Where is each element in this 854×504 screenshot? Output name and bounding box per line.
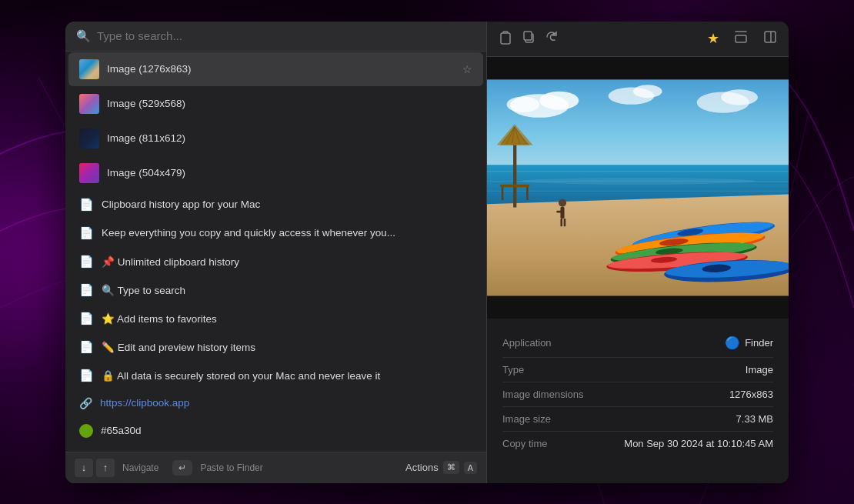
svg-rect-3 xyxy=(736,35,746,42)
svg-point-14 xyxy=(721,89,758,105)
svg-point-10 xyxy=(507,96,540,112)
item-thumbnail xyxy=(79,59,99,79)
item-label: 📌 Unlimited clipboard history xyxy=(102,255,472,268)
right-toolbar: ★ xyxy=(487,22,789,57)
svg-rect-0 xyxy=(501,33,510,44)
star-icon[interactable]: ☆ xyxy=(462,63,472,75)
item-label: Image (504x479) xyxy=(107,167,452,179)
meta-copy-time-row: Copy time Mon Sep 30 2024 at 10:10:45 AM xyxy=(502,432,773,456)
list-item[interactable]: 🔗 https://clipbook.app xyxy=(68,390,483,416)
meta-dimensions-row: Image dimensions 1276x863 xyxy=(502,382,773,407)
navigate-label: Navigate xyxy=(122,462,158,473)
navigate-up-button[interactable]: ↑ xyxy=(96,459,115,477)
clipboard-icon[interactable] xyxy=(498,29,513,48)
meta-type-row: Type Image xyxy=(502,358,773,382)
doc-icon: 📄 xyxy=(79,312,94,325)
item-thumbnail xyxy=(79,94,99,114)
metadata-section: Application 🔵 Finder Type Image Image di… xyxy=(487,319,789,483)
type-value: Image xyxy=(610,364,773,375)
minimize-icon[interactable] xyxy=(733,29,749,48)
sync-icon[interactable] xyxy=(544,29,559,48)
navigate-down-button[interactable]: ↓ xyxy=(75,459,93,477)
list-item[interactable]: Image (1276x863) ☆ xyxy=(68,52,483,86)
item-label: https://clipbook.app xyxy=(100,397,472,409)
color-swatch xyxy=(79,424,93,438)
actions-button[interactable]: Actions ⌘ A xyxy=(405,461,477,474)
list-item[interactable]: Image (529x568) xyxy=(68,87,483,121)
type-label: Type xyxy=(502,364,610,375)
item-label: 🔒 All data is securely stored on your Ma… xyxy=(102,369,472,382)
item-label: #65a30d xyxy=(101,425,472,436)
search-input[interactable] xyxy=(97,29,475,42)
dimensions-value: 1276x863 xyxy=(610,389,773,400)
doc-icon: 📄 xyxy=(79,198,94,212)
list-item[interactable]: 📄 ✏️ Edit and preview history items xyxy=(68,333,483,361)
list-item[interactable]: #65a30d xyxy=(68,417,483,445)
nav-arrows: ↓ ↑ xyxy=(75,459,115,477)
search-bar: 🔍 xyxy=(65,22,486,52)
list-item[interactable]: Image (504x479) ⋯ xyxy=(68,156,483,190)
finder-icon: 🔵 xyxy=(725,335,740,351)
image-preview xyxy=(487,57,789,319)
favorite-star-icon[interactable]: ★ xyxy=(707,30,719,47)
item-label: ✏️ Edit and preview history items xyxy=(102,341,472,353)
svg-rect-29 xyxy=(502,187,504,200)
list-item[interactable]: 📄 Keep everything you copy and quickly a… xyxy=(68,219,483,247)
svg-point-46 xyxy=(559,199,566,206)
paste-enter-button[interactable]: ↵ xyxy=(172,460,192,476)
svg-point-9 xyxy=(539,91,579,109)
item-label: Image (529x568) xyxy=(107,98,472,109)
app-window: 🔍 Image (1276x863) ☆ Image (529x568) Ima… xyxy=(65,22,789,483)
item-label: 🔍 Type to search xyxy=(102,284,472,296)
left-panel: 🔍 Image (1276x863) ☆ Image (529x568) Ima… xyxy=(65,22,487,483)
link-icon: 🔗 xyxy=(79,397,92,409)
list-item[interactable]: 📄 ⭐ Add items to favorites xyxy=(68,305,483,332)
search-icon: 🔍 xyxy=(76,29,91,43)
size-value: 7.33 MB xyxy=(610,413,773,425)
list-item[interactable]: 📄 Clipboard history app for your Mac xyxy=(68,191,483,219)
item-label: Image (1276x863) xyxy=(107,63,455,75)
doc-icon: 📄 xyxy=(79,255,94,269)
bottom-bar: ↓ ↑ Navigate ↵ Paste to Finder Actions ⌘… xyxy=(65,452,486,483)
actions-label: Actions xyxy=(405,462,439,473)
doc-icon: 📄 xyxy=(79,340,94,354)
list-item[interactable]: 📄 🔒 All data is securely stored on your … xyxy=(68,362,483,389)
doc-icon: 📄 xyxy=(79,226,94,240)
item-label: Keep everything you copy and quickly acc… xyxy=(102,227,472,239)
svg-rect-2 xyxy=(524,32,532,40)
svg-rect-30 xyxy=(526,187,529,200)
right-panel: ★ xyxy=(487,22,789,483)
dimensions-label: Image dimensions xyxy=(502,389,610,400)
svg-rect-47 xyxy=(560,206,564,218)
svg-rect-28 xyxy=(500,184,529,186)
list-item[interactable]: hsl(330 100% 50%) xyxy=(68,446,483,452)
enter-icon: ↵ xyxy=(178,462,186,473)
svg-rect-48 xyxy=(556,210,563,212)
a-kbd: A xyxy=(464,462,477,474)
item-label: Clipboard history app for your Mac xyxy=(102,199,472,210)
size-label: Image size xyxy=(502,413,610,425)
svg-point-51 xyxy=(520,178,756,185)
cmd-kbd: ⌘ xyxy=(443,461,459,474)
meta-size-row: Image size 7.33 MB xyxy=(502,407,773,432)
copy-time-value: Mon Sep 30 2024 at 10:10:45 AM xyxy=(610,438,773,449)
items-list: Image (1276x863) ☆ Image (529x568) Image… xyxy=(65,52,486,452)
copy-icon[interactable] xyxy=(521,29,536,48)
paste-label: Paste to Finder xyxy=(200,462,262,473)
list-item[interactable]: Image (811x612) xyxy=(68,122,483,155)
application-value: 🔵 Finder xyxy=(610,335,773,351)
item-thumbnail xyxy=(79,129,99,149)
svg-point-12 xyxy=(633,85,662,98)
doc-icon: 📄 xyxy=(79,369,94,382)
svg-rect-27 xyxy=(513,145,516,207)
item-label: Image (811x612) xyxy=(107,132,472,144)
svg-rect-5 xyxy=(765,32,776,42)
list-item[interactable]: 📄 🔍 Type to search xyxy=(68,276,483,304)
application-label: Application xyxy=(502,337,610,349)
item-thumbnail xyxy=(79,163,99,183)
panel-icon[interactable] xyxy=(762,29,778,48)
item-label: ⭐ Add items to favorites xyxy=(102,312,472,325)
list-item[interactable]: 📄 📌 Unlimited clipboard history xyxy=(68,248,483,275)
meta-application-row: Application 🔵 Finder xyxy=(502,329,773,358)
copy-time-label: Copy time xyxy=(502,438,610,449)
